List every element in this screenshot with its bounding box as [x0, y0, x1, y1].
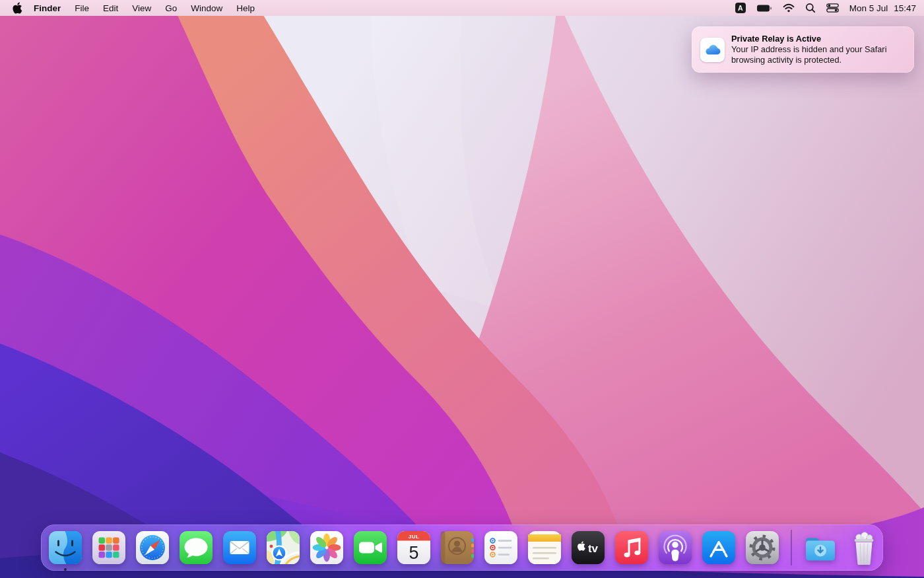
clock-date: Mon 5 Jul: [849, 3, 888, 13]
menu-bar: Finder File Edit View Go Window Help A: [0, 0, 924, 16]
dock-icon-trash[interactable]: [847, 530, 881, 565]
menu-item-edit[interactable]: Edit: [103, 3, 118, 13]
dock-icon-calendar[interactable]: JUL 5: [397, 530, 431, 565]
macos-desktop: Finder File Edit View Go Window Help A: [0, 0, 924, 578]
wallpaper-monterey: [0, 0, 924, 578]
dock: JUL 5: [41, 524, 883, 571]
dock-icon-messages[interactable]: [179, 530, 213, 565]
dock-icon-app-store[interactable]: [702, 530, 736, 565]
dock-icon-system-preferences[interactable]: [745, 530, 779, 565]
icloud-app-icon: [700, 38, 725, 62]
running-indicator: [64, 568, 67, 571]
apple-menu[interactable]: [13, 2, 22, 14]
control-center-icon[interactable]: [826, 3, 839, 13]
battery-icon[interactable]: [756, 3, 772, 14]
menu-item-view[interactable]: View: [132, 3, 151, 13]
dock-icon-downloads[interactable]: [803, 530, 838, 565]
dock-icon-facetime[interactable]: [353, 530, 387, 565]
menu-item-window[interactable]: Window: [191, 3, 222, 13]
dock-icon-safari[interactable]: [135, 530, 170, 565]
icloud-cloud-icon: [704, 44, 721, 56]
dock-icon-notes[interactable]: [527, 530, 562, 565]
dock-icon-launchpad[interactable]: [92, 530, 126, 565]
input-source-icon[interactable]: A: [735, 3, 746, 13]
menu-item-go[interactable]: Go: [165, 3, 177, 13]
dock-icon-contacts[interactable]: [440, 530, 475, 565]
calendar-day: 5: [409, 543, 418, 563]
notification-title: Private Relay is Active: [731, 34, 900, 44]
clock-time: 15:47: [894, 3, 916, 13]
dock-icon-tv[interactable]: tv: [571, 530, 605, 565]
dock-icon-podcasts[interactable]: [658, 530, 692, 565]
apple-logo-icon: [13, 2, 22, 14]
dock-icon-music[interactable]: [614, 530, 649, 565]
menu-item-file[interactable]: File: [75, 3, 89, 13]
dock-icon-photos[interactable]: [310, 530, 344, 565]
calendar-month: JUL: [409, 534, 420, 540]
wifi-icon[interactable]: [783, 3, 795, 13]
notification-body: Your IP address is hidden and your Safar…: [731, 44, 900, 65]
menu-item-finder[interactable]: Finder: [34, 3, 61, 13]
tv-glyph-text: tv: [588, 542, 599, 555]
dock-icon-mail[interactable]: [222, 530, 257, 565]
dock-icon-finder[interactable]: [48, 530, 82, 565]
menu-bar-clock[interactable]: Mon 5 Jul 15:47: [849, 3, 916, 13]
dock-icon-maps[interactable]: [266, 530, 300, 565]
dock-icon-reminders[interactable]: [484, 530, 518, 565]
dock-separator: [791, 530, 792, 565]
spotlight-search-icon[interactable]: [805, 3, 816, 13]
menu-item-help[interactable]: Help: [236, 3, 255, 13]
notification-private-relay[interactable]: Private Relay is Active Your IP address …: [692, 26, 914, 73]
